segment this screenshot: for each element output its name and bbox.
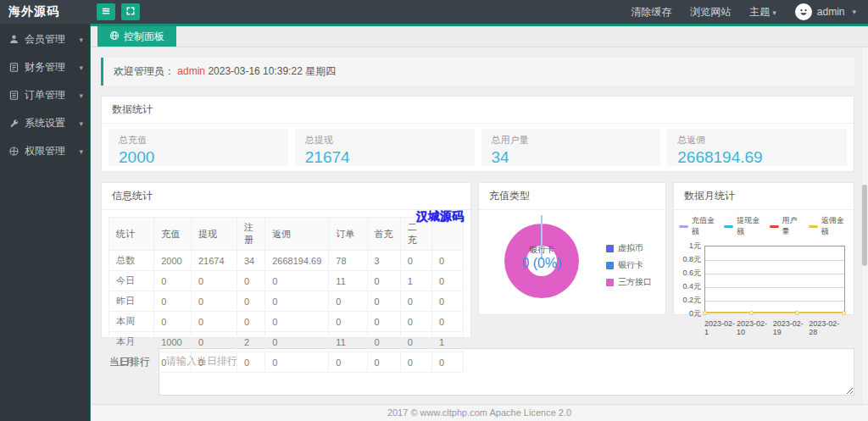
legend-label: 虚拟币 bbox=[618, 242, 643, 254]
legend-swatch bbox=[770, 225, 779, 228]
chevron-down-icon: ▾ bbox=[79, 119, 83, 128]
welcome-admin-name: admin bbox=[177, 65, 205, 77]
tab-bar: 控制面板 bbox=[91, 24, 868, 47]
legend-swatch bbox=[809, 225, 818, 228]
table-cell: 3 bbox=[367, 251, 400, 271]
table-cell: 0 bbox=[367, 332, 400, 352]
y-axis-labels: 1元0.8元0.6元0.4元0.2元0元 bbox=[679, 242, 704, 317]
main-area: 控制面板 欢迎管理员： admin 2023-03-16 10:39:22 星期… bbox=[91, 24, 868, 421]
pie-tooltip-value: 0 (0%) bbox=[491, 256, 593, 271]
table-row: 本周00000000 bbox=[109, 312, 464, 332]
scrollbar-thumb[interactable] bbox=[862, 185, 867, 266]
sidebar-item-orders[interactable]: 订单管理▾ bbox=[0, 83, 90, 108]
sidebar-item-permissions[interactable]: 权限管理▾ bbox=[0, 139, 90, 163]
table-cell: 0 bbox=[431, 312, 463, 332]
table-cell: 2000 bbox=[154, 251, 192, 271]
sidebar-item-system[interactable]: 系统设置▾ bbox=[0, 111, 90, 136]
sidebar-item-label: 财务管理 bbox=[25, 60, 79, 75]
line-legend-item[interactable]: 返佣金额 bbox=[809, 215, 845, 237]
legend-label: 返佣金额 bbox=[821, 215, 845, 237]
table-cell: 0 bbox=[236, 312, 264, 332]
line-legend-item[interactable]: 提现金额 bbox=[724, 215, 760, 237]
legend-swatch bbox=[606, 279, 614, 286]
table-cell: 本月 bbox=[109, 332, 154, 352]
stat-card: 总用户量34 bbox=[481, 129, 661, 166]
chevron-down-icon: ▾ bbox=[79, 147, 83, 156]
sidebar-item-label: 订单管理 bbox=[25, 88, 79, 102]
table-cell: 0 bbox=[431, 291, 463, 312]
legend-label: 提现金额 bbox=[737, 215, 760, 237]
table-cell: 2668194.69 bbox=[265, 251, 329, 271]
table-cell: 0 bbox=[329, 352, 367, 373]
line-legend-item[interactable]: 用户量 bbox=[770, 215, 800, 237]
table-head: 统计充值提现注册返佣订单首充二充 bbox=[109, 218, 464, 251]
avatar bbox=[795, 3, 812, 20]
table-cell: 0 bbox=[265, 312, 329, 332]
theme-dropdown[interactable]: 主题▾ bbox=[749, 5, 776, 19]
welcome-alert: 欢迎管理员： admin 2023-03-16 10:39:22 星期四 bbox=[101, 58, 854, 86]
legend-label: 充值金额 bbox=[692, 215, 715, 237]
sidebar-item-finance[interactable]: 财务管理▾ bbox=[0, 55, 90, 80]
table-cell: 0 bbox=[400, 332, 431, 352]
panel-title: 信息统计 bbox=[102, 183, 470, 210]
table-cell: 0 bbox=[431, 352, 463, 373]
table-cell: 今日 bbox=[109, 271, 154, 291]
table-cell: 0 bbox=[265, 352, 329, 373]
legend-label: 银行卡 bbox=[618, 259, 643, 271]
legend-swatch bbox=[606, 245, 614, 252]
pie-legend-item[interactable]: 银行卡 bbox=[606, 259, 652, 271]
table-header-cell: 首充 bbox=[367, 218, 400, 251]
browse-site-link[interactable]: 浏览网站 bbox=[690, 5, 731, 19]
table-cell: 0 bbox=[367, 312, 400, 332]
table-cell: 0 bbox=[154, 312, 192, 332]
gridline bbox=[705, 260, 844, 261]
data-point-marker bbox=[749, 311, 754, 315]
table-header-cell: 统计 bbox=[109, 218, 154, 251]
line-legend-item[interactable]: 充值金额 bbox=[679, 215, 715, 237]
legend-label: 用户量 bbox=[782, 215, 800, 237]
legend-swatch bbox=[606, 262, 614, 269]
sidebar-menu: 会员管理▾财务管理▾订单管理▾系统设置▾权限管理▾ bbox=[0, 27, 90, 163]
sidebar-toggle-button[interactable] bbox=[97, 3, 115, 20]
globe-plus-icon bbox=[8, 146, 19, 157]
plot-box bbox=[704, 246, 845, 313]
scrollbar-track[interactable] bbox=[861, 47, 868, 404]
table-header-cell: 订单 bbox=[329, 218, 367, 251]
admin-dashboard: 海外源码 清除缓存 浏览网站 主题▾ admin ▾ 会员管理▾财 bbox=[0, 0, 868, 421]
sidebar-item-members[interactable]: 会员管理▾ bbox=[0, 27, 90, 52]
table-cell: 0 bbox=[191, 352, 236, 373]
table-cell: 0 bbox=[431, 271, 463, 291]
line-legend: 充值金额提现金额用户量返佣金额 bbox=[679, 215, 845, 237]
fullscreen-button[interactable] bbox=[121, 3, 140, 20]
y-tick-label: 0.6元 bbox=[682, 268, 701, 279]
table-cell: 0 bbox=[236, 291, 264, 312]
stat-card: 总返佣2668194.69 bbox=[667, 129, 847, 166]
user-menu[interactable]: admin ▾ bbox=[795, 3, 856, 20]
username: admin bbox=[817, 6, 845, 18]
pie-legend-item[interactable]: 虚拟币 bbox=[606, 242, 652, 254]
y-tick-label: 0.4元 bbox=[682, 281, 701, 292]
tab-dashboard[interactable]: 控制面板 bbox=[97, 26, 176, 47]
table-header-cell: 充值 bbox=[154, 218, 192, 251]
table-cell: 0 bbox=[367, 352, 400, 373]
x-tick-label: 2023-02-10 bbox=[737, 319, 773, 336]
table-cell: 0 bbox=[400, 291, 431, 312]
pie-legend: 虚拟币银行卡三方接口 bbox=[606, 242, 652, 293]
y-tick-label: 0元 bbox=[689, 308, 701, 319]
table-header-cell: 注册 bbox=[236, 218, 264, 251]
clear-cache-link[interactable]: 清除缓存 bbox=[631, 5, 671, 19]
table-cell: 11 bbox=[329, 332, 367, 352]
welcome-datetime: 2023-03-16 10:39:22 星期四 bbox=[208, 65, 336, 77]
footer-text: 2017 © www.cltphp.com Apache Licence 2.0 bbox=[387, 407, 571, 418]
legend-label: 三方接口 bbox=[618, 276, 652, 288]
order-list-icon bbox=[8, 90, 19, 101]
table-cell: 78 bbox=[329, 251, 367, 271]
stat-card-label: 总返佣 bbox=[677, 134, 837, 147]
table-cell: 0 bbox=[154, 352, 192, 373]
pie-legend-item[interactable]: 三方接口 bbox=[606, 276, 652, 288]
content: 欢迎管理员： admin 2023-03-16 10:39:22 星期四 数据统… bbox=[91, 47, 868, 404]
table-header-cell: 提现 bbox=[191, 218, 236, 251]
footer: 2017 © www.cltphp.com Apache Licence 2.0 bbox=[91, 404, 868, 421]
sidebar-item-label: 系统设置 bbox=[25, 116, 79, 130]
table-cell: 11 bbox=[329, 271, 367, 291]
